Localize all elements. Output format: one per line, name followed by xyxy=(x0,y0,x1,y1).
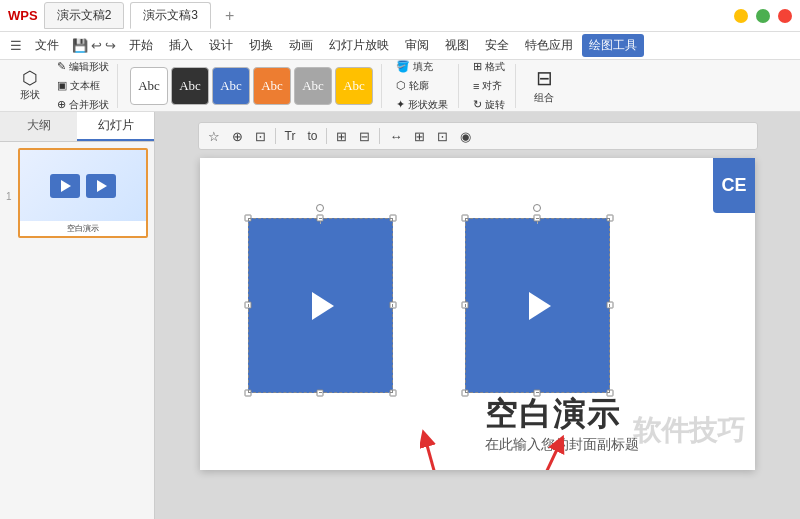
outline-button[interactable]: ⬡ 轮廓 xyxy=(390,77,454,94)
toolbar: ⬡ 形状 ✎ 编辑形状 ▣ 文本框 ⊕ 合并形状 Abc Abc Abc Abc… xyxy=(0,60,800,112)
format-button[interactable]: ⊞ 格式 xyxy=(467,58,511,75)
shape-button[interactable]: ⬡ 形状 xyxy=(10,67,50,104)
ct-copy-icon[interactable]: ⊡ xyxy=(250,127,271,146)
menu-file[interactable]: 文件 xyxy=(28,34,66,57)
rotate-button[interactable]: ↻ 旋转 xyxy=(467,96,511,113)
play-shape-1[interactable] xyxy=(248,218,393,393)
handle-tr-1[interactable] xyxy=(390,215,397,222)
slide-thumbnail[interactable]: 空白演示 xyxy=(18,148,148,238)
canvas-area: ☆ ⊕ ⊡ Tr to ⊞ ⊟ ↔ ⊞ ⊡ ◉ xyxy=(155,112,800,519)
title-bar-left: WPS 演示文稿2 演示文稿3 + xyxy=(8,2,242,29)
handle-ml-2[interactable] xyxy=(462,302,469,309)
handle-tl-1[interactable] xyxy=(245,215,252,222)
rotate-handle-2[interactable] xyxy=(533,204,541,212)
close-button[interactable] xyxy=(778,9,792,23)
preset-gray[interactable]: Abc xyxy=(294,67,332,105)
ct-text-icon[interactable]: Tr xyxy=(280,127,301,145)
add-tab-button[interactable]: + xyxy=(217,3,242,29)
thumb-title: 空白演示 xyxy=(20,221,146,236)
ct-divider-3 xyxy=(379,128,380,144)
fill-icon: 🪣 xyxy=(396,60,410,73)
handle-ml-1[interactable] xyxy=(245,302,252,309)
fill-button[interactable]: 🪣 填充 xyxy=(390,58,454,75)
doc-tab-1[interactable]: 演示文稿2 xyxy=(44,2,125,29)
tab-slides[interactable]: 幻灯片 xyxy=(77,112,154,141)
ct-align-icon[interactable]: to xyxy=(302,127,322,145)
doc-tab-2[interactable]: 演示文稿3 xyxy=(130,2,211,29)
handle-bm-1[interactable] xyxy=(317,390,324,397)
handle-tm-1[interactable] xyxy=(317,215,324,222)
ct-grid-icon[interactable]: ⊞ xyxy=(331,127,352,146)
ct-minus-icon[interactable]: ⊟ xyxy=(354,127,375,146)
thumb-play-2 xyxy=(86,174,116,198)
menu-view[interactable]: 视图 xyxy=(438,34,476,57)
menu-start[interactable]: 开始 xyxy=(122,34,160,57)
outline-icon: ⬡ xyxy=(396,79,406,92)
watermark: 软件技巧 xyxy=(633,412,745,450)
shape-icon: ⬡ xyxy=(22,69,38,87)
save-icon[interactable]: 💾 xyxy=(72,38,88,53)
window-controls xyxy=(734,9,792,23)
effect-button[interactable]: ✦ 形状效果 xyxy=(390,96,454,113)
shape-group: ⬡ 形状 ✎ 编辑形状 ▣ 文本框 ⊕ 合并形状 xyxy=(6,64,118,108)
minimize-button[interactable] xyxy=(734,9,748,23)
preset-yellow[interactable]: Abc xyxy=(335,67,373,105)
text-box-button[interactable]: ▣ 文本框 xyxy=(53,77,113,94)
shape-presets-group: Abc Abc Abc Abc Abc Abc xyxy=(122,64,382,108)
menu-features[interactable]: 特色应用 xyxy=(518,34,580,57)
ct-divider-2 xyxy=(326,128,327,144)
tab-outline[interactable]: 大纲 xyxy=(0,112,77,141)
play-shape-2[interactable] xyxy=(465,218,610,393)
handle-bl-2[interactable] xyxy=(462,390,469,397)
preset-orange[interactable]: Abc xyxy=(253,67,291,105)
menu-draw-tools[interactable]: 绘图工具 xyxy=(582,34,644,57)
handle-br-1[interactable] xyxy=(390,390,397,397)
slide-list: 1 空白演示 xyxy=(0,142,154,519)
menu-slideshow[interactable]: 幻灯片放映 xyxy=(322,34,396,57)
undo-icon[interactable]: ↩ xyxy=(91,38,102,53)
menu-design[interactable]: 设计 xyxy=(202,34,240,57)
slide-canvas[interactable]: 空白演示 在此输入您的封面副标题 xyxy=(200,158,755,470)
menu-transition[interactable]: 切换 xyxy=(242,34,280,57)
preset-blue[interactable]: Abc xyxy=(212,67,250,105)
handle-tl-2[interactable] xyxy=(462,215,469,222)
ct-pin-icon[interactable]: ◉ xyxy=(455,127,476,146)
handle-mr-1[interactable] xyxy=(390,302,397,309)
thumb-play-1 xyxy=(50,174,80,198)
left-panel: 大纲 幻灯片 1 空白演示 xyxy=(0,112,155,519)
menu-insert[interactable]: 插入 xyxy=(162,34,200,57)
slide-canvas-inner: 空白演示 在此输入您的封面副标题 xyxy=(200,158,755,470)
handle-tr-2[interactable] xyxy=(607,215,614,222)
panel-tabs: 大纲 幻灯片 xyxy=(0,112,154,142)
format-icon: ⊞ xyxy=(473,60,482,73)
preset-black[interactable]: Abc xyxy=(171,67,209,105)
menu-security[interactable]: 安全 xyxy=(478,34,516,57)
group-button[interactable]: ⊟ 组合 xyxy=(524,64,564,107)
effect-icon: ✦ xyxy=(396,98,405,111)
merge-button[interactable]: ⊕ 合并形状 xyxy=(53,96,113,113)
redo-icon[interactable]: ↪ xyxy=(105,38,116,53)
menu-expand-icon[interactable]: ☰ xyxy=(6,36,26,55)
ct-box-icon[interactable]: ⊞ xyxy=(409,127,430,146)
handle-tm-2[interactable] xyxy=(534,215,541,222)
handle-bl-1[interactable] xyxy=(245,390,252,397)
menu-review[interactable]: 审阅 xyxy=(398,34,436,57)
svg-line-0 xyxy=(425,438,450,470)
align-button[interactable]: ≡ 对齐 xyxy=(467,77,511,94)
preset-white[interactable]: Abc xyxy=(130,67,168,105)
group-icon: ⊟ xyxy=(536,66,553,90)
maximize-button[interactable] xyxy=(756,9,770,23)
ct-swap-icon[interactable]: ↔ xyxy=(384,127,407,146)
ct-circle-icon[interactable]: ⊡ xyxy=(432,127,453,146)
menu-animation[interactable]: 动画 xyxy=(282,34,320,57)
play-triangle-1 xyxy=(312,292,334,320)
canvas-toolbar: ☆ ⊕ ⊡ Tr to ⊞ ⊟ ↔ ⊞ ⊡ ◉ xyxy=(198,122,758,150)
handle-mr-2[interactable] xyxy=(607,302,614,309)
ct-divider-1 xyxy=(275,128,276,144)
slide-item-1[interactable]: 1 空白演示 xyxy=(6,148,148,244)
ct-link-icon[interactable]: ⊕ xyxy=(227,127,248,146)
edit-shape-button[interactable]: ✎ 编辑形状 xyxy=(53,58,113,75)
ct-star-icon[interactable]: ☆ xyxy=(203,127,225,146)
rotate-handle-1[interactable] xyxy=(316,204,324,212)
title-bar: WPS 演示文稿2 演示文稿3 + xyxy=(0,0,800,32)
